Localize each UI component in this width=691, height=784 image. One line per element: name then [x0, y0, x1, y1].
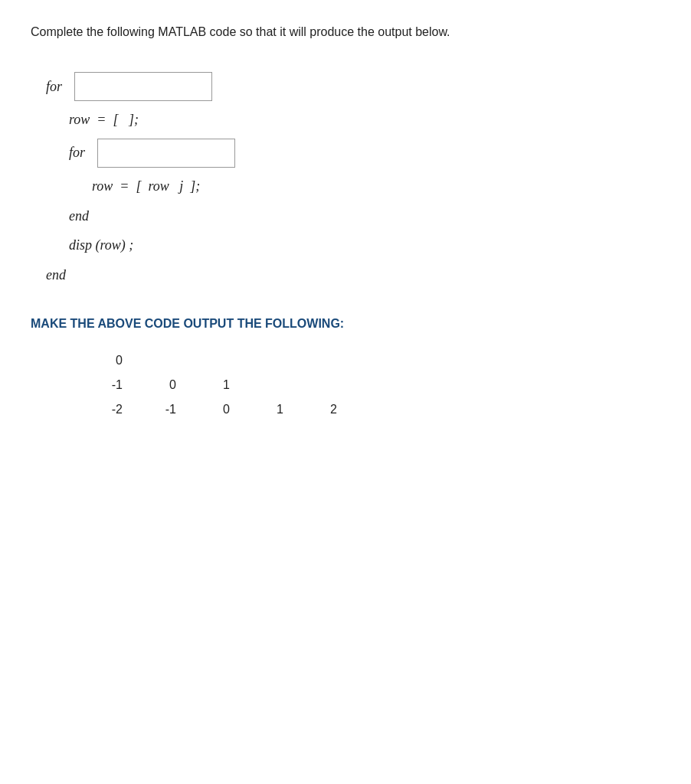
- end2-line: end: [46, 264, 660, 286]
- output-cell-3-2: -1: [123, 403, 176, 416]
- row-update-text: row = [ row j ];: [92, 175, 200, 198]
- output-cell-3-4: 1: [230, 403, 283, 416]
- row-init-line: row = [ ];: [69, 109, 660, 131]
- output-cell-3-1: -2: [69, 403, 123, 416]
- row-init-text: row = [ ];: [69, 109, 139, 131]
- output-cell-2-1: -1: [69, 378, 123, 392]
- disp-text: disp (row) ;: [69, 234, 133, 256]
- for2-keyword: for: [69, 142, 85, 164]
- for2-input[interactable]: [97, 139, 235, 168]
- output-table: 0 -1 0 1 -2 -1 0 1 2: [69, 354, 660, 416]
- end1-text: end: [69, 205, 89, 227]
- instruction-text: Complete the following MATLAB code so th…: [31, 23, 660, 41]
- output-row-2: -1 0 1: [69, 378, 660, 392]
- output-cell-3-3: 0: [176, 403, 230, 416]
- end2-text: end: [46, 264, 66, 286]
- output-cell-3-5: 2: [283, 403, 337, 416]
- for1-input[interactable]: [74, 72, 212, 101]
- end1-line: end: [69, 205, 660, 227]
- for2-line: for: [69, 139, 660, 168]
- row-update-line: row = [ row j ];: [92, 175, 660, 198]
- code-block: for row = [ ]; for row = [ row j ]; end …: [46, 72, 660, 286]
- output-cell-2-2: 0: [123, 378, 176, 392]
- output-cell-2-3: 1: [176, 378, 230, 392]
- section-heading: MAKE THE ABOVE CODE OUTPUT THE FOLLOWING…: [31, 317, 660, 331]
- disp-line: disp (row) ;: [69, 234, 660, 256]
- for1-line: for: [46, 72, 660, 101]
- output-row-1: 0: [69, 354, 660, 368]
- output-row-3: -2 -1 0 1 2: [69, 403, 660, 416]
- for1-keyword: for: [46, 76, 62, 98]
- output-cell-1-1: 0: [69, 354, 123, 368]
